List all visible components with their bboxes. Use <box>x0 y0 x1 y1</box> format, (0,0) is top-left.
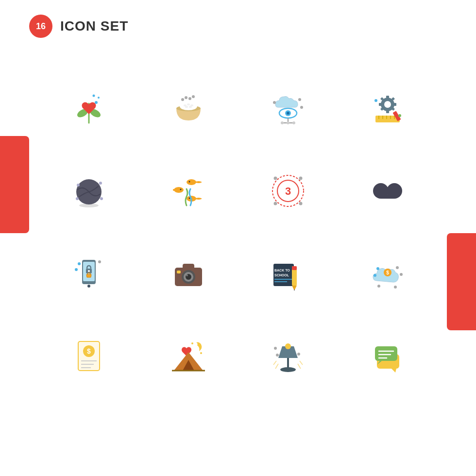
svg-rect-33 <box>393 103 396 106</box>
svg-line-116 <box>275 364 278 369</box>
love-plant-icon <box>62 82 116 135</box>
gear-ruler-icon <box>361 82 414 135</box>
svg-point-26 <box>298 98 301 101</box>
rice-bowl-icon <box>162 82 215 135</box>
fish-icon <box>162 164 215 218</box>
icon-cell-record <box>338 150 437 232</box>
svg-marker-123 <box>391 369 396 373</box>
icon-cell-invoice-dollar: $ <box>39 315 138 397</box>
svg-point-98 <box>400 273 403 276</box>
icon-cell-ball <box>39 150 138 232</box>
svg-point-107 <box>191 342 193 344</box>
icon-cell-startup-money: $ <box>338 232 437 315</box>
icon-cell-rice-bowl <box>138 67 238 150</box>
svg-rect-83 <box>177 271 181 273</box>
mobile-lock-icon <box>62 247 116 300</box>
icon-cell-fish <box>138 150 238 232</box>
invoice-dollar-icon: $ <box>62 329 116 383</box>
svg-point-11 <box>185 106 188 108</box>
svg-text:3: 3 <box>285 185 290 197</box>
camping-tent-icon <box>162 329 215 383</box>
chat-bubble-icon <box>361 329 414 383</box>
svg-point-24 <box>292 121 295 124</box>
svg-point-27 <box>300 106 303 109</box>
svg-point-49 <box>77 184 80 187</box>
svg-point-5 <box>92 95 95 97</box>
svg-rect-91 <box>292 266 297 270</box>
icon-cell-gear-ruler <box>338 67 437 150</box>
svg-point-119 <box>276 354 279 357</box>
svg-point-15 <box>188 97 191 100</box>
svg-point-63 <box>299 177 302 180</box>
svg-point-114 <box>280 367 296 372</box>
svg-point-53 <box>187 179 196 185</box>
svg-rect-78 <box>183 264 194 270</box>
svg-point-56 <box>180 189 181 190</box>
svg-point-73 <box>88 270 90 272</box>
svg-point-82 <box>186 274 188 276</box>
red-right-decoration <box>447 233 476 330</box>
icon-cell-back-to-school: BACK TO SCHOOL <box>238 232 338 315</box>
red-left-decoration <box>0 136 29 233</box>
svg-point-74 <box>78 262 81 265</box>
svg-text:SCHOOL: SCHOOL <box>274 273 289 277</box>
svg-point-112 <box>285 343 291 349</box>
ball-icon <box>62 164 116 218</box>
svg-point-50 <box>99 182 102 185</box>
svg-point-29 <box>384 101 391 108</box>
svg-point-3 <box>95 101 98 104</box>
icon-cell-mobile-lock <box>39 232 138 315</box>
svg-point-19 <box>287 112 289 115</box>
icon-cell-camping-tent <box>138 315 238 397</box>
svg-point-13 <box>181 98 184 101</box>
svg-point-51 <box>100 197 103 200</box>
svg-line-118 <box>298 364 301 369</box>
svg-point-99 <box>377 285 380 288</box>
target-3-icon: 3 <box>261 164 315 218</box>
svg-point-4 <box>98 97 100 99</box>
record-icon <box>361 164 414 218</box>
page-title: ICON SET <box>60 18 128 34</box>
svg-point-64 <box>273 202 277 205</box>
icon-cell-love-plant <box>39 67 138 150</box>
svg-text:$: $ <box>386 270 389 275</box>
svg-point-23 <box>287 121 289 124</box>
svg-point-121 <box>274 347 277 350</box>
svg-point-62 <box>273 177 277 180</box>
icon-cell-camera <box>138 232 238 315</box>
icon-cell-target-3: 3 <box>238 150 338 232</box>
svg-point-55 <box>174 187 184 193</box>
svg-point-75 <box>75 268 78 271</box>
cloud-eye-icon <box>261 82 315 135</box>
svg-text:BACK TO: BACK TO <box>274 269 290 272</box>
svg-point-14 <box>185 96 187 99</box>
svg-rect-68 <box>381 195 394 199</box>
svg-point-100 <box>394 286 397 289</box>
svg-point-76 <box>98 260 101 263</box>
svg-point-16 <box>192 95 195 98</box>
svg-point-97 <box>396 266 399 269</box>
svg-point-71 <box>87 285 90 288</box>
lamp-icon <box>261 329 315 383</box>
svg-point-22 <box>281 121 284 124</box>
svg-point-65 <box>299 202 302 205</box>
svg-text:$: $ <box>87 347 91 355</box>
svg-point-12 <box>189 106 192 108</box>
svg-point-54 <box>188 181 190 183</box>
svg-point-58 <box>188 198 190 199</box>
svg-rect-30 <box>386 96 389 99</box>
svg-point-9 <box>187 103 190 105</box>
svg-point-96 <box>374 274 376 277</box>
icon-cell-cloud-eye <box>238 67 338 150</box>
svg-point-46 <box>398 114 401 117</box>
count-badge: 16 <box>29 15 52 38</box>
page-header: 16 ICON SET <box>0 0 476 52</box>
svg-rect-31 <box>386 110 389 113</box>
svg-point-25 <box>273 101 276 104</box>
icon-cell-chat-bubble <box>338 315 437 397</box>
startup-money-icon: $ <box>361 247 414 300</box>
svg-point-45 <box>374 99 377 102</box>
icon-cell-lamp <box>238 315 338 397</box>
camera-icon <box>162 247 215 300</box>
back-to-school-icon: BACK TO SCHOOL <box>261 247 315 300</box>
